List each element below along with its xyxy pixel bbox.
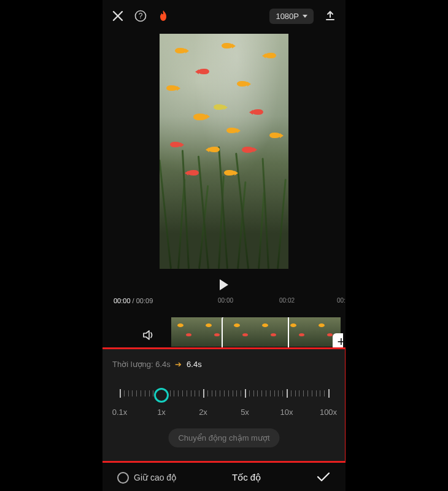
add-clip-button[interactable]: + [333, 333, 343, 348]
svg-text:?: ? [139, 12, 143, 20]
speed-panel: Thời lượng: 6.4s ➔ 6.4s 0.1x 1x 2x 5x 10… [102, 349, 346, 462]
speed-label: 0.1x [112, 408, 128, 417]
confirm-button[interactable] [316, 471, 331, 484]
radio-icon [117, 472, 129, 484]
timeline-tick: 00: [337, 297, 346, 304]
timeline-tick: 00:02 [279, 297, 295, 304]
close-icon[interactable] [112, 10, 123, 21]
timeline-time-row: 00:00 / 00:09 00:00 00:02 00: [102, 297, 346, 309]
playhead[interactable] [288, 317, 289, 348]
speed-label: 100x [320, 408, 337, 417]
clip-thumb[interactable] [199, 317, 228, 347]
keep-pitch-label: Giữ cao độ [134, 473, 177, 482]
duration-label: Thời lượng: [112, 360, 153, 369]
play-button[interactable] [220, 279, 228, 290]
bottom-bar: Giữ cao độ Tốc độ [102, 464, 346, 491]
timeline-clips[interactable]: + [171, 317, 343, 348]
clip-thumb[interactable] [256, 317, 284, 347]
time-current: 00:00 [114, 297, 131, 304]
smooth-slowmo-button[interactable]: Chuyển động chậm mượt [168, 428, 279, 447]
app-frame: ? 1080P [102, 0, 346, 491]
video-preview[interactable] [160, 34, 288, 269]
export-icon[interactable] [325, 10, 336, 21]
chevron-down-icon [303, 15, 307, 18]
time-counter: 00:00 / 00:09 [114, 297, 153, 304]
smooth-slowmo-label: Chuyển động chậm mượt [178, 433, 269, 443]
speed-ticks [120, 389, 328, 399]
resolution-label: 1080P [276, 12, 299, 21]
preview-image [160, 34, 288, 269]
panel-title: Tốc độ [232, 472, 261, 483]
play-icon [220, 279, 228, 290]
arrow-right-icon: ➔ [175, 360, 182, 369]
top-bar: ? 1080P [102, 4, 346, 28]
speed-label: 5x [241, 408, 249, 417]
speed-thumb[interactable] [154, 388, 169, 403]
speed-label: 1x [157, 408, 166, 417]
time-total: 00:09 [136, 297, 153, 304]
duration-readout: Thời lượng: 6.4s ➔ 6.4s [112, 360, 202, 369]
clip-thumb[interactable] [171, 317, 199, 347]
flame-icon[interactable] [158, 10, 169, 22]
keep-pitch-toggle[interactable]: Giữ cao độ [117, 472, 177, 484]
speed-slider[interactable] [120, 389, 328, 403]
duration-after: 6.4s [187, 360, 202, 369]
timeline-tick: 00:00 [218, 297, 233, 304]
volume-icon[interactable] [142, 328, 155, 344]
clip-thumb[interactable] [228, 317, 256, 347]
help-icon[interactable]: ? [134, 10, 147, 22]
speed-label: 2x [199, 408, 207, 417]
resolution-button[interactable]: 1080P [269, 9, 314, 24]
page-root: ? 1080P [0, 0, 448, 491]
speed-label: 10x [280, 408, 293, 417]
duration-before: 6.4s [155, 360, 171, 369]
